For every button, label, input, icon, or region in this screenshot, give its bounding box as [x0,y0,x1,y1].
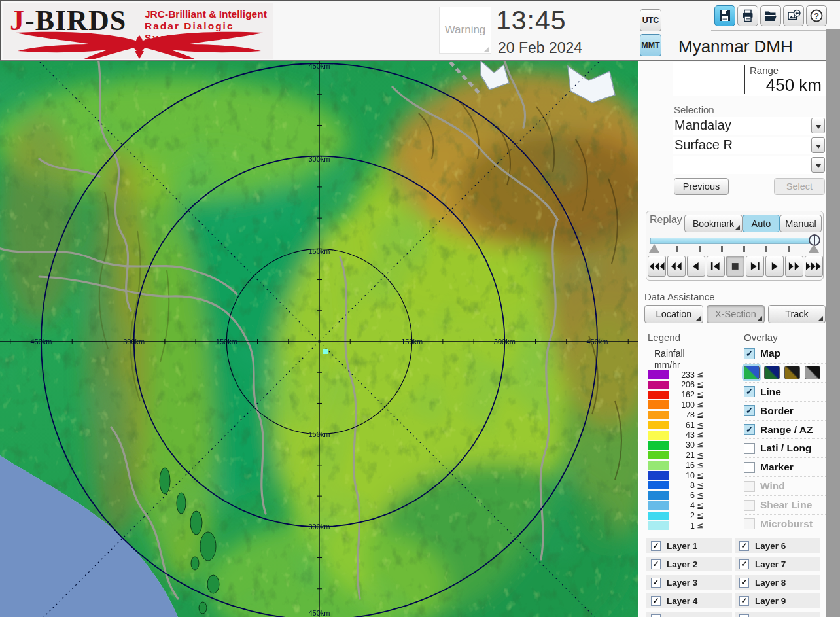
checkbox-layer-8[interactable]: ✓ [739,578,749,588]
checkbox-layer-3[interactable]: ✓ [651,578,661,588]
help-button[interactable]: ? [806,5,827,26]
auto-button[interactable]: Auto [743,215,780,232]
map-style-swatch-4[interactable] [805,366,820,379]
overlay-row-shear-line[interactable]: Shear Line [744,495,826,514]
legend-value: 162 [669,390,695,399]
checkbox-marker[interactable] [744,462,755,473]
chevron-down-icon[interactable] [811,137,825,153]
forward-fast-button[interactable] [805,256,823,277]
option-dropdown[interactable] [673,156,826,174]
legend-row: 21≦ [648,450,726,460]
location-button[interactable]: Location [644,305,703,323]
map-style-swatch-3[interactable] [784,366,800,379]
map-style-swatch-1[interactable] [744,366,760,379]
play-reverse-icon [688,261,705,272]
overlay-row-microburst[interactable]: Microburst [744,514,826,533]
legend-row: 61≦ [648,420,726,430]
mmt-button[interactable]: MMT [640,34,661,56]
folder-button[interactable] [760,5,781,26]
manual-button[interactable]: Manual [780,215,822,232]
overlay-item-label: Marker [760,461,794,473]
checkbox-layer-6[interactable]: ✓ [739,541,749,551]
clock-time: 13:45 [496,5,567,36]
layer-row-layer-6[interactable]: ✓Layer 6 [735,538,820,553]
range-end-marker[interactable] [809,244,819,253]
checkbox-line[interactable]: ✓ [744,386,755,397]
overlay-item-label: Shear Line [760,499,812,511]
checkbox-layer-9[interactable]: ✓ [739,596,749,606]
layer-label: Layer 4 [667,596,697,606]
checkbox-layer-1[interactable]: ✓ [651,541,661,551]
utc-button[interactable]: UTC [640,9,661,31]
previous-button[interactable]: Previous [674,178,729,195]
legend-value: 30 [669,440,695,450]
stop-button[interactable] [726,256,744,277]
play-reverse-button[interactable] [687,256,705,277]
layer-row-layer-2[interactable]: ✓Layer 2 [646,557,732,571]
checkbox-range-az[interactable]: ✓ [744,424,755,435]
select-button[interactable]: Select [774,178,825,195]
leq-symbol: ≦ [697,370,703,379]
rewind-fast-button[interactable] [648,256,666,277]
print-button[interactable] [737,5,758,26]
bookmark-button[interactable]: Bookmark [684,215,743,232]
checkbox-partial [739,614,749,617]
range-start-marker[interactable] [649,244,659,253]
xsection-button[interactable]: X-Section [707,305,765,323]
checkbox-layer-7[interactable]: ✓ [739,559,749,569]
legend-value: 206 [669,380,695,389]
print-icon [741,9,755,23]
checkbox-wind [744,481,755,492]
play-button[interactable] [765,256,784,277]
overlay-row-line[interactable]: ✓Line [744,382,826,401]
replay-timeline-slider[interactable] [649,236,822,253]
rewind-button[interactable] [667,256,686,277]
radar-map[interactable]: 150km150km150km150km300km300km300km300km… [0,61,638,617]
layer-label: Layer 2 [667,559,697,569]
warning-button[interactable]: Warning [439,7,491,54]
save-button[interactable] [714,5,735,26]
layer-row-layer-4[interactable]: ✓Layer 4 [646,593,732,608]
overlay-row-range-az[interactable]: ✓Range / AZ [744,420,826,439]
legend-color-swatch [648,421,669,429]
data-assistance-label: Data Assistance [644,291,715,302]
checkbox-partial [651,614,661,617]
rainfall-legend: 233≦206≦162≦100≦78≦61≦43≦30≦21≦16≦10≦8≦6… [648,370,726,531]
map-style-swatch-2[interactable] [764,366,780,379]
overlay-row-wind[interactable]: Wind [744,476,826,495]
layer-row-layer-9[interactable]: ✓Layer 9 [735,593,820,608]
overlay-row-lati-long[interactable]: Lati / Long [744,438,826,457]
range-label: Range [750,65,779,76]
slider-tick [721,246,723,252]
layer-row-layer-8[interactable]: ✓Layer 8 [735,575,820,590]
layer-column-right: ✓Layer 6✓Layer 7✓Layer 8✓Layer 9 [735,538,820,617]
overlay-row-marker[interactable]: Marker [744,457,826,476]
overlay-row-map[interactable]: ✓Map [744,344,826,363]
checkbox-layer-2[interactable]: ✓ [651,559,661,569]
legend-color-swatch [648,451,669,459]
checkbox-map[interactable]: ✓ [744,348,755,359]
legend-value: 2 [669,511,695,520]
checkbox-lati-long[interactable] [744,443,755,454]
chevron-down-icon[interactable] [811,157,825,173]
product-dropdown[interactable]: Surface R [673,137,826,154]
layer-row-layer-1[interactable]: ✓Layer 1 [646,538,732,553]
help-icon: ? [809,9,824,23]
checkbox-layer-4[interactable]: ✓ [651,596,661,606]
overlay-row-border[interactable]: ✓Border [744,401,826,420]
step-forward-button[interactable] [746,256,764,277]
replay-slider-track[interactable] [650,238,814,244]
step-back-button[interactable] [707,256,725,277]
layer-label: Layer 7 [755,559,786,569]
layer-row-layer-3[interactable]: ✓Layer 3 [646,575,732,590]
layer-row-layer-7[interactable]: ✓Layer 7 [735,557,820,571]
checkbox-border[interactable]: ✓ [744,405,755,416]
legend-row: 8≦ [648,480,726,490]
site-dropdown[interactable]: Mandalay [673,117,826,135]
add-image-button[interactable] [783,5,804,26]
legend-value: 233 [669,370,695,379]
forward-button[interactable] [785,256,803,277]
track-button[interactable]: Track [768,305,826,323]
chevron-down-icon[interactable] [811,118,825,133]
legend-row: 6≦ [648,491,726,501]
